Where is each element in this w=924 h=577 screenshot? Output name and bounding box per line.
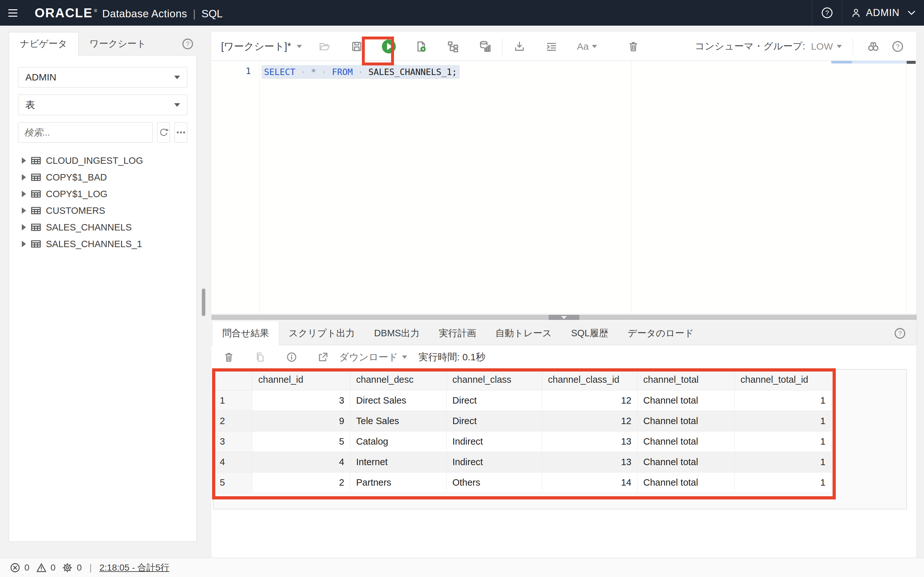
column-header[interactable]: channel_id bbox=[252, 370, 351, 390]
cell[interactable]: Channel total bbox=[638, 452, 735, 472]
results-tab[interactable]: データのロード bbox=[618, 322, 703, 345]
schema-select[interactable]: ADMIN bbox=[18, 67, 187, 87]
results-tab[interactable]: 実行計画 bbox=[429, 322, 486, 345]
sql-editor[interactable]: 1 SELECT · * · FROM · SALES_CHANNELS_1; bbox=[212, 61, 917, 313]
expand-caret-icon[interactable] bbox=[22, 224, 26, 230]
expand-caret-icon[interactable] bbox=[22, 174, 26, 181]
cell[interactable]: 1 bbox=[735, 411, 832, 431]
tab-navigator[interactable]: ナビゲータ bbox=[9, 32, 79, 55]
expand-caret-icon[interactable] bbox=[22, 241, 26, 247]
open-file-button[interactable] bbox=[315, 37, 334, 56]
consumer-group-select[interactable]: LOW bbox=[811, 41, 842, 52]
expand-caret-icon[interactable] bbox=[22, 191, 26, 197]
cell[interactable]: 14 bbox=[542, 472, 638, 493]
cell[interactable]: Others bbox=[447, 472, 542, 493]
explain-plan-button[interactable] bbox=[444, 37, 462, 56]
worksheet-help-button[interactable]: ? bbox=[888, 37, 907, 56]
table-row[interactable]: 29Tele SalesDirect12Channel total1 bbox=[214, 411, 832, 431]
results-tab[interactable]: DBMS出力 bbox=[365, 322, 429, 345]
expand-caret-icon[interactable] bbox=[22, 157, 26, 164]
cell[interactable]: 4 bbox=[252, 452, 351, 472]
expand-caret-icon[interactable] bbox=[22, 207, 26, 214]
cell[interactable]: Channel total bbox=[638, 431, 735, 452]
column-header[interactable]: channel_total bbox=[638, 370, 735, 390]
cell[interactable]: Indirect bbox=[447, 431, 542, 452]
errors-indicator[interactable]: 0 bbox=[10, 562, 29, 573]
cell[interactable]: 5 bbox=[252, 431, 351, 452]
tree-item[interactable]: SALES_CHANNELS bbox=[18, 219, 187, 235]
table-row[interactable]: 52PartnersOthers14Channel total1 bbox=[214, 472, 832, 493]
download-results-dropdown[interactable]: ダウンロード bbox=[339, 351, 407, 364]
cell[interactable]: 1 bbox=[735, 390, 832, 411]
cell[interactable]: 13 bbox=[542, 452, 638, 472]
discard-results-button[interactable] bbox=[220, 349, 237, 366]
cell[interactable]: 2 bbox=[252, 472, 351, 493]
save-button[interactable] bbox=[347, 37, 366, 56]
sidebar-help-button[interactable]: ? bbox=[181, 32, 197, 55]
font-size-button[interactable]: Aa bbox=[574, 41, 599, 52]
results-tab[interactable]: 自動トレース bbox=[486, 322, 561, 345]
tree-item[interactable]: COPY$1_LOG bbox=[18, 185, 187, 202]
column-header[interactable]: channel_class_id bbox=[542, 370, 638, 390]
column-header[interactable]: channel_class bbox=[447, 370, 542, 390]
results-tab[interactable]: SQL履歴 bbox=[561, 322, 618, 345]
table-row[interactable]: 13Direct SalesDirect12Channel total1 bbox=[214, 390, 832, 411]
cell[interactable]: Channel total bbox=[638, 472, 735, 493]
cell[interactable]: Partners bbox=[351, 472, 447, 493]
cell[interactable]: 12 bbox=[542, 411, 638, 431]
cell[interactable]: Channel total bbox=[638, 390, 735, 411]
open-in-new-tab-button[interactable] bbox=[315, 349, 331, 366]
cell[interactable]: 9 bbox=[252, 411, 351, 431]
tree-item[interactable]: SALES_CHANNELS_1 bbox=[18, 235, 187, 252]
cell[interactable]: Channel total bbox=[638, 411, 735, 431]
column-header[interactable]: channel_total_id bbox=[735, 370, 832, 390]
help-button[interactable]: ? bbox=[812, 0, 842, 26]
cell[interactable]: 13 bbox=[542, 431, 638, 452]
table-row[interactable]: 44InternetIndirect13Channel total1 bbox=[214, 452, 832, 472]
results-help-button[interactable]: ? bbox=[893, 322, 917, 345]
object-type-select[interactable]: 表 bbox=[18, 95, 187, 115]
editor-scrollbar-thumb[interactable] bbox=[907, 61, 916, 64]
hamburger-menu-icon[interactable] bbox=[0, 0, 26, 26]
cell[interactable]: Internet bbox=[351, 452, 447, 472]
download-button[interactable] bbox=[510, 37, 529, 56]
results-tab[interactable]: スクリプト出力 bbox=[279, 322, 365, 345]
run-script-button[interactable] bbox=[412, 37, 430, 56]
refresh-button[interactable] bbox=[157, 122, 170, 143]
worksheet-caret-icon[interactable] bbox=[297, 45, 302, 48]
splitter-handle[interactable] bbox=[202, 288, 205, 316]
collapse-results-handle[interactable] bbox=[549, 315, 580, 320]
tree-item[interactable]: CUSTOMERS bbox=[18, 202, 187, 219]
sql-statement-line[interactable]: SELECT · * · FROM · SALES_CHANNELS_1; bbox=[262, 64, 460, 79]
user-menu[interactable]: ADMIN bbox=[842, 0, 924, 26]
cell[interactable]: Direct bbox=[447, 411, 542, 431]
copy-results-button[interactable] bbox=[252, 349, 268, 366]
cell[interactable]: 1 bbox=[735, 472, 832, 493]
cell[interactable]: 1 bbox=[735, 452, 832, 472]
autotrace-button[interactable] bbox=[476, 37, 494, 56]
search-input[interactable] bbox=[18, 122, 153, 143]
cell[interactable]: Direct bbox=[447, 390, 542, 411]
table-row[interactable]: 35CatalogIndirect13Channel total1 bbox=[214, 431, 832, 452]
cell[interactable]: Indirect bbox=[447, 452, 542, 472]
tree-item[interactable]: COPY$1_BAD bbox=[18, 169, 187, 185]
run-statement-button[interactable] bbox=[380, 37, 398, 56]
results-tab[interactable]: 問合せ結果 bbox=[213, 322, 279, 345]
cell[interactable]: 1 bbox=[735, 431, 832, 452]
processes-indicator[interactable]: 0 bbox=[62, 562, 82, 573]
column-header[interactable]: channel_desc bbox=[351, 370, 447, 390]
more-actions-button[interactable] bbox=[174, 122, 187, 143]
warnings-indicator[interactable]: 0 bbox=[36, 562, 56, 573]
info-button[interactable] bbox=[283, 349, 300, 366]
cell[interactable]: Tele Sales bbox=[351, 411, 447, 431]
cell[interactable]: 3 bbox=[252, 390, 351, 411]
worksheet-name[interactable]: [ワークシート]* bbox=[221, 40, 291, 53]
clear-worksheet-button[interactable] bbox=[624, 37, 643, 56]
cell[interactable]: Catalog bbox=[351, 431, 447, 452]
cell[interactable]: Direct Sales bbox=[351, 390, 447, 411]
tree-item[interactable]: CLOUD_INGEST_LOG bbox=[18, 152, 187, 169]
cell[interactable]: 12 bbox=[542, 390, 638, 411]
find-button[interactable] bbox=[864, 37, 883, 56]
tab-worksheet[interactable]: ワークシート bbox=[79, 32, 157, 55]
format-button[interactable] bbox=[542, 37, 561, 56]
